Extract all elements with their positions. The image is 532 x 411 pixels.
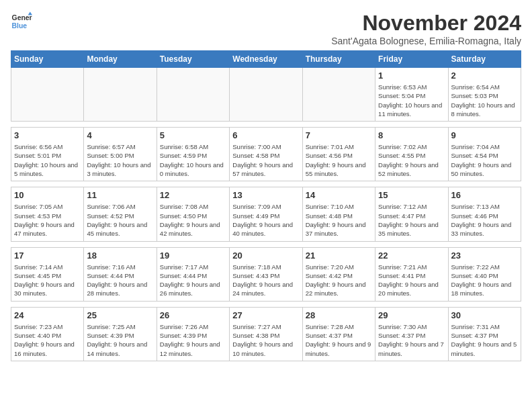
day-number: 5 xyxy=(160,130,226,140)
day-info: Sunrise: 7:13 AM Sunset: 4:46 PM Dayligh… xyxy=(451,202,518,238)
calendar-week-row: 1Sunrise: 6:53 AM Sunset: 5:04 PM Daylig… xyxy=(11,68,521,122)
day-info: Sunrise: 7:25 AM Sunset: 4:39 PM Dayligh… xyxy=(87,322,153,358)
day-info: Sunrise: 7:10 AM Sunset: 4:48 PM Dayligh… xyxy=(306,202,372,238)
weekday-header: Wednesday xyxy=(230,51,302,68)
month-title: November 2024 xyxy=(331,11,521,36)
day-number: 2 xyxy=(451,71,518,81)
weekday-header: Tuesday xyxy=(157,51,229,68)
title-area: November 2024 Sant'Agata Bolognese, Emil… xyxy=(331,11,521,46)
calendar-cell xyxy=(84,68,157,122)
day-number: 11 xyxy=(87,190,153,200)
day-info: Sunrise: 6:56 AM Sunset: 5:01 PM Dayligh… xyxy=(14,142,81,178)
day-number: 6 xyxy=(232,130,299,140)
calendar-cell: 29Sunrise: 7:30 AM Sunset: 4:37 PM Dayli… xyxy=(375,307,448,361)
calendar-cell: 17Sunrise: 7:14 AM Sunset: 4:45 PM Dayli… xyxy=(11,247,84,301)
calendar-cell: 21Sunrise: 7:20 AM Sunset: 4:42 PM Dayli… xyxy=(302,247,375,301)
calendar-week-row: 3Sunrise: 6:56 AM Sunset: 5:01 PM Daylig… xyxy=(11,128,521,181)
calendar-cell xyxy=(302,68,375,122)
calendar-cell: 18Sunrise: 7:16 AM Sunset: 4:44 PM Dayli… xyxy=(84,247,157,301)
calendar-cell xyxy=(11,68,84,122)
day-info: Sunrise: 7:09 AM Sunset: 4:49 PM Dayligh… xyxy=(232,202,299,238)
calendar-cell: 16Sunrise: 7:13 AM Sunset: 4:46 PM Dayli… xyxy=(448,187,521,241)
row-spacer xyxy=(11,301,521,307)
day-info: Sunrise: 7:12 AM Sunset: 4:47 PM Dayligh… xyxy=(378,202,445,238)
calendar-cell: 23Sunrise: 7:22 AM Sunset: 4:40 PM Dayli… xyxy=(448,247,521,301)
calendar-cell: 25Sunrise: 7:25 AM Sunset: 4:39 PM Dayli… xyxy=(84,307,157,361)
day-info: Sunrise: 7:18 AM Sunset: 4:43 PM Dayligh… xyxy=(232,263,299,298)
calendar-cell: 12Sunrise: 7:08 AM Sunset: 4:50 PM Dayli… xyxy=(157,187,229,241)
calendar-cell: 3Sunrise: 6:56 AM Sunset: 5:01 PM Daylig… xyxy=(11,128,84,181)
row-spacer xyxy=(11,122,521,128)
svg-text:General: General xyxy=(12,14,32,21)
calendar-cell: 6Sunrise: 7:00 AM Sunset: 4:58 PM Daylig… xyxy=(230,128,302,181)
calendar-cell: 14Sunrise: 7:10 AM Sunset: 4:48 PM Dayli… xyxy=(302,187,375,241)
day-info: Sunrise: 7:27 AM Sunset: 4:38 PM Dayligh… xyxy=(232,322,299,358)
calendar: SundayMondayTuesdayWednesdayThursdayFrid… xyxy=(11,50,521,361)
day-info: Sunrise: 7:14 AM Sunset: 4:45 PM Dayligh… xyxy=(14,263,81,298)
day-info: Sunrise: 7:02 AM Sunset: 4:55 PM Dayligh… xyxy=(378,142,445,178)
day-info: Sunrise: 7:04 AM Sunset: 4:54 PM Dayligh… xyxy=(451,142,518,178)
day-number: 16 xyxy=(451,190,518,200)
day-number: 8 xyxy=(378,130,445,140)
logo: General Blue xyxy=(11,11,32,32)
day-info: Sunrise: 6:53 AM Sunset: 5:04 PM Dayligh… xyxy=(378,83,445,118)
day-number: 17 xyxy=(14,250,81,261)
calendar-cell: 8Sunrise: 7:02 AM Sunset: 4:55 PM Daylig… xyxy=(375,128,448,181)
calendar-cell: 1Sunrise: 6:53 AM Sunset: 5:04 PM Daylig… xyxy=(375,68,448,122)
calendar-cell: 9Sunrise: 7:04 AM Sunset: 4:54 PM Daylig… xyxy=(448,128,521,181)
day-number: 25 xyxy=(87,310,153,320)
day-info: Sunrise: 7:21 AM Sunset: 4:41 PM Dayligh… xyxy=(378,263,445,298)
day-info: Sunrise: 7:31 AM Sunset: 4:37 PM Dayligh… xyxy=(451,322,518,358)
calendar-cell: 22Sunrise: 7:21 AM Sunset: 4:41 PM Dayli… xyxy=(375,247,448,301)
calendar-cell: 24Sunrise: 7:23 AM Sunset: 4:40 PM Dayli… xyxy=(11,307,84,361)
day-info: Sunrise: 7:20 AM Sunset: 4:42 PM Dayligh… xyxy=(306,263,372,298)
day-info: Sunrise: 7:06 AM Sunset: 4:52 PM Dayligh… xyxy=(87,202,153,238)
day-number: 18 xyxy=(87,250,153,261)
svg-text:Blue: Blue xyxy=(12,22,28,30)
header: General Blue November 2024 Sant'Agata Bo… xyxy=(11,11,521,46)
calendar-week-row: 10Sunrise: 7:05 AM Sunset: 4:53 PM Dayli… xyxy=(11,187,521,241)
day-number: 27 xyxy=(232,310,299,320)
weekday-header-row: SundayMondayTuesdayWednesdayThursdayFrid… xyxy=(11,51,521,68)
day-info: Sunrise: 7:17 AM Sunset: 4:44 PM Dayligh… xyxy=(160,263,226,298)
day-info: Sunrise: 6:57 AM Sunset: 5:00 PM Dayligh… xyxy=(87,142,153,178)
day-number: 4 xyxy=(87,130,153,140)
day-number: 29 xyxy=(378,310,445,320)
day-number: 1 xyxy=(378,71,445,81)
day-number: 20 xyxy=(232,250,299,261)
day-info: Sunrise: 6:54 AM Sunset: 5:03 PM Dayligh… xyxy=(451,83,518,118)
day-number: 3 xyxy=(14,130,81,140)
calendar-week-row: 17Sunrise: 7:14 AM Sunset: 4:45 PM Dayli… xyxy=(11,247,521,301)
day-number: 24 xyxy=(14,310,81,320)
logo-icon: General Blue xyxy=(11,11,32,32)
day-info: Sunrise: 7:05 AM Sunset: 4:53 PM Dayligh… xyxy=(14,202,81,238)
weekday-header: Sunday xyxy=(11,51,84,68)
calendar-cell: 30Sunrise: 7:31 AM Sunset: 4:37 PM Dayli… xyxy=(448,307,521,361)
calendar-cell: 5Sunrise: 6:58 AM Sunset: 4:59 PM Daylig… xyxy=(157,128,229,181)
calendar-cell: 20Sunrise: 7:18 AM Sunset: 4:43 PM Dayli… xyxy=(230,247,302,301)
day-number: 30 xyxy=(451,310,518,320)
calendar-cell xyxy=(157,68,229,122)
calendar-cell: 27Sunrise: 7:27 AM Sunset: 4:38 PM Dayli… xyxy=(230,307,302,361)
day-info: Sunrise: 7:01 AM Sunset: 4:56 PM Dayligh… xyxy=(306,142,372,178)
calendar-week-row: 24Sunrise: 7:23 AM Sunset: 4:40 PM Dayli… xyxy=(11,307,521,361)
day-number: 22 xyxy=(378,250,445,261)
row-spacer xyxy=(11,241,521,247)
calendar-cell xyxy=(230,68,302,122)
day-number: 28 xyxy=(306,310,372,320)
weekday-header: Thursday xyxy=(302,51,375,68)
day-info: Sunrise: 7:30 AM Sunset: 4:37 PM Dayligh… xyxy=(378,322,445,358)
calendar-cell: 4Sunrise: 6:57 AM Sunset: 5:00 PM Daylig… xyxy=(84,128,157,181)
day-number: 19 xyxy=(160,250,226,261)
day-number: 12 xyxy=(160,190,226,200)
day-info: Sunrise: 7:16 AM Sunset: 4:44 PM Dayligh… xyxy=(87,263,153,298)
day-number: 15 xyxy=(378,190,445,200)
day-info: Sunrise: 7:23 AM Sunset: 4:40 PM Dayligh… xyxy=(14,322,81,358)
day-number: 23 xyxy=(451,250,518,261)
row-spacer xyxy=(11,181,521,187)
calendar-cell: 28Sunrise: 7:28 AM Sunset: 4:37 PM Dayli… xyxy=(302,307,375,361)
day-number: 10 xyxy=(14,190,81,200)
weekday-header: Saturday xyxy=(448,51,521,68)
weekday-header: Friday xyxy=(375,51,448,68)
calendar-cell: 2Sunrise: 6:54 AM Sunset: 5:03 PM Daylig… xyxy=(448,68,521,122)
